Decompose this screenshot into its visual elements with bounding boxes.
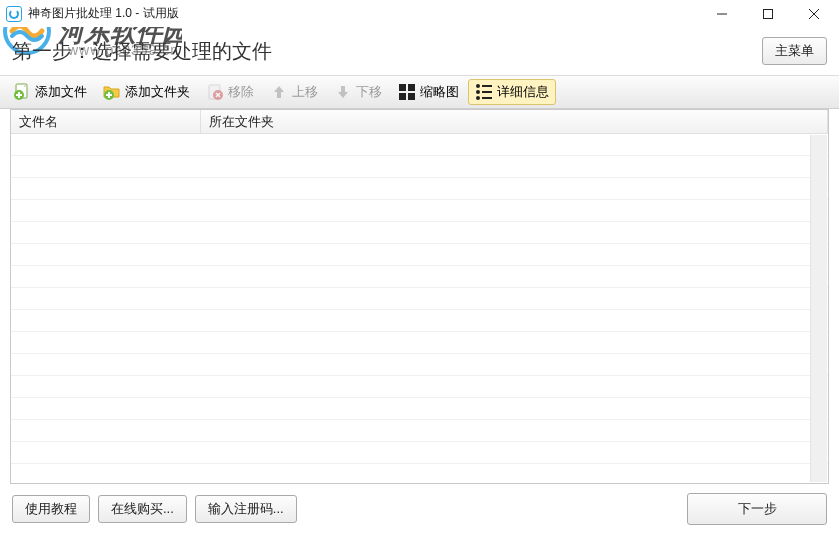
- svg-rect-26: [482, 97, 492, 99]
- table-row: [11, 398, 828, 420]
- add-folder-button[interactable]: 添加文件夹: [96, 79, 197, 105]
- arrow-up-icon: [270, 83, 288, 101]
- table-row: [11, 376, 828, 398]
- table-header: 文件名 所在文件夹: [11, 110, 828, 134]
- remove-button[interactable]: 移除: [199, 79, 261, 105]
- column-filename[interactable]: 文件名: [11, 110, 201, 133]
- move-down-button[interactable]: 下移: [327, 79, 389, 105]
- svg-point-25: [476, 96, 480, 100]
- table-row: [11, 134, 828, 156]
- add-folder-label: 添加文件夹: [125, 83, 190, 101]
- table-row: [11, 156, 828, 178]
- svg-point-23: [476, 90, 480, 94]
- table-row: [11, 266, 828, 288]
- close-button[interactable]: [791, 0, 837, 27]
- svg-rect-24: [482, 91, 492, 93]
- file-table: 文件名 所在文件夹: [10, 109, 829, 484]
- svg-rect-17: [399, 84, 406, 91]
- table-row: [11, 288, 828, 310]
- table-row: [11, 354, 828, 376]
- table-row: [11, 310, 828, 332]
- table-row: [11, 178, 828, 200]
- tutorial-button[interactable]: 使用教程: [12, 495, 90, 523]
- window-controls: [699, 0, 837, 27]
- add-file-button[interactable]: 添加文件: [6, 79, 94, 105]
- table-row: [11, 442, 828, 464]
- remove-icon: [206, 83, 224, 101]
- add-file-label: 添加文件: [35, 83, 87, 101]
- move-up-button[interactable]: 上移: [263, 79, 325, 105]
- step-title: 第一步：选择需要处理的文件: [12, 38, 272, 65]
- detail-view-button[interactable]: 详细信息: [468, 79, 556, 105]
- table-body[interactable]: [11, 134, 828, 483]
- table-row: [11, 222, 828, 244]
- minimize-button[interactable]: [699, 0, 745, 27]
- list-icon: [475, 83, 493, 101]
- main-menu-button[interactable]: 主菜单: [762, 37, 827, 65]
- move-down-label: 下移: [356, 83, 382, 101]
- detail-label: 详细信息: [497, 83, 549, 101]
- add-file-icon: [13, 83, 31, 101]
- buy-online-button[interactable]: 在线购买...: [98, 495, 187, 523]
- remove-label: 移除: [228, 83, 254, 101]
- table-row: [11, 244, 828, 266]
- table-row: [11, 332, 828, 354]
- table-row: [11, 420, 828, 442]
- svg-rect-18: [408, 84, 415, 91]
- toolbar: 添加文件 添加文件夹 移除 上移 下移 缩略图 详细信息: [0, 75, 839, 109]
- arrow-down-icon: [334, 83, 352, 101]
- move-up-label: 上移: [292, 83, 318, 101]
- enter-code-button[interactable]: 输入注册码...: [195, 495, 297, 523]
- window-title: 神奇图片批处理 1.0 - 试用版: [28, 5, 179, 22]
- thumbnail-view-button[interactable]: 缩略图: [391, 79, 466, 105]
- svg-point-21: [476, 84, 480, 88]
- maximize-button[interactable]: [745, 0, 791, 27]
- svg-rect-2: [764, 9, 773, 18]
- step-header: 第一步：选择需要处理的文件 主菜单: [0, 27, 839, 75]
- svg-rect-22: [482, 85, 492, 87]
- add-folder-icon: [103, 83, 121, 101]
- table-row: [11, 200, 828, 222]
- column-folder[interactable]: 所在文件夹: [201, 110, 828, 133]
- titlebar: 神奇图片批处理 1.0 - 试用版: [0, 0, 839, 27]
- thumbnail-label: 缩略图: [420, 83, 459, 101]
- app-icon: [6, 6, 22, 22]
- footer: 使用教程 在线购买... 输入注册码... 下一步: [0, 484, 839, 534]
- svg-rect-19: [399, 93, 406, 100]
- thumbnail-icon: [398, 83, 416, 101]
- next-button[interactable]: 下一步: [687, 493, 827, 525]
- vertical-scrollbar[interactable]: [810, 135, 827, 482]
- svg-rect-20: [408, 93, 415, 100]
